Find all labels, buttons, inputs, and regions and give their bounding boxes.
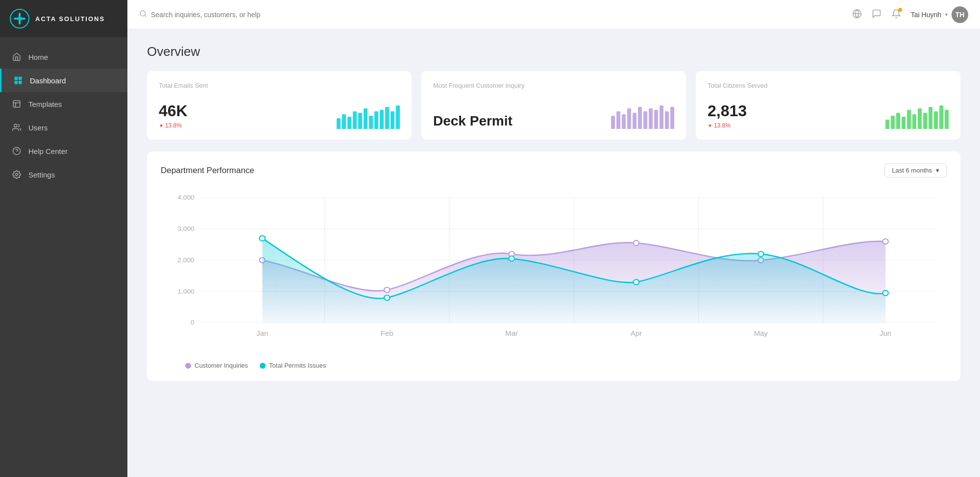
page-title: Overview (147, 44, 960, 59)
mini-bar (643, 111, 647, 129)
mini-bar (670, 107, 674, 129)
mini-bar (369, 116, 373, 129)
mini-bar (347, 117, 351, 129)
dashboard-icon (13, 75, 23, 85)
mini-bar (385, 107, 389, 129)
period-select[interactable]: Last 6 months ▾ (884, 163, 947, 177)
sidebar-item-templates[interactable]: Templates (0, 92, 127, 116)
sidebar-label-users: Users (28, 124, 48, 132)
period-label: Last 6 months (892, 167, 932, 174)
legend-label-permits: Total Permits Issues (269, 362, 326, 369)
chart-title: Department Performance (161, 166, 254, 176)
settings-icon (12, 170, 22, 179)
search-wrap (139, 10, 384, 20)
mini-chart-emails (337, 104, 400, 129)
svg-point-3 (17, 16, 22, 21)
mini-bar (353, 111, 357, 129)
svg-point-46 (260, 236, 265, 241)
svg-text:Jan: Jan (256, 329, 268, 337)
chevron-down-period-icon: ▾ (936, 167, 939, 174)
sidebar-item-home[interactable]: Home (0, 45, 127, 69)
svg-text:May: May (754, 329, 768, 337)
svg-point-51 (882, 290, 888, 296)
topbar: Tai Huynh ▾ TH (127, 0, 980, 29)
sidebar-label-home: Home (28, 53, 48, 61)
sidebar-item-users[interactable]: Users (0, 116, 127, 139)
mini-chart-citizens (885, 104, 949, 129)
chat-icon[interactable] (872, 9, 882, 21)
logo-icon (10, 9, 29, 28)
svg-text:4,000: 4,000 (177, 194, 194, 201)
svg-point-45 (882, 239, 888, 244)
notification-icon[interactable] (891, 9, 901, 21)
user-name: Tai Huynh (911, 11, 941, 19)
svg-point-15 (140, 11, 146, 16)
templates-icon (12, 99, 22, 109)
svg-text:0: 0 (191, 319, 195, 326)
department-performance-chart: 4,000 3,000 2,000 1,000 0 Jan Feb Mar Ap… (161, 187, 947, 354)
avatar: TH (952, 6, 968, 23)
svg-rect-5 (19, 77, 22, 80)
mini-bar (342, 114, 346, 129)
mini-bar (918, 108, 922, 129)
sidebar-label-dashboard: Dashboard (30, 76, 66, 85)
svg-rect-8 (13, 100, 20, 107)
sidebar-nav: Home Dashboard Te (0, 37, 127, 477)
mini-bar (358, 113, 362, 129)
svg-point-11 (14, 124, 17, 127)
svg-point-50 (758, 251, 763, 257)
mini-bar (391, 111, 394, 129)
svg-text:2,000: 2,000 (177, 256, 194, 263)
svg-point-41 (384, 287, 390, 293)
stat-change-emails: ▼ 13.8% (159, 122, 188, 129)
svg-text:Jun: Jun (880, 329, 891, 337)
sidebar-item-settings[interactable]: Settings (0, 163, 127, 186)
globe-icon[interactable] (852, 9, 862, 21)
sidebar-item-help-center[interactable]: Help Center (0, 139, 127, 163)
mini-bar (622, 114, 626, 129)
sidebar-label-templates: Templates (28, 100, 62, 108)
svg-rect-7 (19, 81, 22, 84)
sidebar-logo: ACTA SOLUTIONS (0, 0, 127, 37)
stat-card-emails: Total Emails Sent 46K ▼ 13.8% (147, 71, 412, 140)
stat-card-citizens: Total Citizens Served 2,813 ▼ 13.8% (696, 71, 960, 140)
stat-row-emails: 46K ▼ 13.8% (159, 102, 400, 129)
chevron-down-icon: ▾ (945, 12, 948, 17)
search-input[interactable] (151, 11, 384, 19)
chart-section: Department Performance Last 6 months ▾ (147, 151, 960, 381)
svg-point-43 (634, 240, 639, 246)
mini-bar (923, 113, 927, 129)
home-icon (12, 52, 22, 62)
stat-value-emails: 46K (159, 102, 188, 120)
legend-item-permits: Total Permits Issues (260, 362, 326, 369)
mini-bar (611, 116, 615, 129)
svg-rect-4 (15, 77, 18, 80)
sidebar: ACTA SOLUTIONS Home Dashboa (0, 0, 127, 477)
sidebar-label-help-center: Help Center (28, 147, 68, 155)
legend-dot-inquiries (185, 363, 191, 369)
app-name: ACTA SOLUTIONS (35, 15, 105, 23)
search-icon (139, 10, 147, 20)
sidebar-item-dashboard[interactable]: Dashboard (0, 69, 127, 92)
stat-value-inquiry: Deck Permit (433, 113, 513, 129)
mini-bar (929, 107, 932, 129)
content-area: Overview Total Emails Sent 46K ▼ 13.8% (127, 29, 980, 477)
svg-text:Apr: Apr (631, 329, 642, 337)
mini-bar (638, 107, 642, 129)
topbar-right: Tai Huynh ▾ TH (852, 6, 968, 23)
stat-label-citizens: Total Citizens Served (708, 82, 949, 89)
svg-point-48 (509, 256, 514, 261)
mini-bar (945, 110, 949, 129)
mini-bar (907, 110, 911, 129)
mini-bar (660, 105, 663, 129)
chart-legend: Customer Inquiries Total Permits Issues (161, 362, 947, 369)
svg-point-49 (634, 279, 639, 285)
user-section[interactable]: Tai Huynh ▾ TH (911, 6, 968, 23)
mini-bar (380, 110, 384, 129)
mini-bar (912, 114, 916, 129)
stat-change-citizens: ▼ 13.8% (708, 122, 747, 129)
help-icon (12, 146, 22, 156)
svg-rect-6 (15, 81, 18, 84)
mini-bar (654, 110, 658, 129)
mini-bar (374, 111, 378, 129)
